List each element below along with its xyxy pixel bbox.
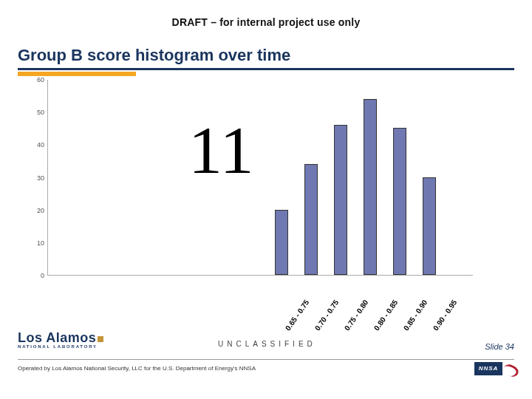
lab-subtitle: NATIONAL LABORATORY bbox=[18, 344, 103, 349]
nnsa-logo: NNSA bbox=[474, 362, 514, 377]
y-tick: 40 bbox=[37, 141, 44, 149]
histogram-bar bbox=[304, 164, 318, 275]
title-underline bbox=[18, 68, 514, 76]
histogram-bar bbox=[393, 128, 406, 275]
plot-region bbox=[47, 80, 473, 276]
page-title: Group B score histogram over time bbox=[18, 46, 290, 65]
los-alamos-logo: Los Alamos NATIONAL LABORATORY bbox=[18, 331, 103, 349]
x-tick-label: 0.90 - 0.95 bbox=[432, 299, 458, 332]
draft-banner: DRAFT – for internal project use only bbox=[0, 16, 532, 28]
slide-number: Slide 34 bbox=[485, 342, 514, 351]
y-tick: 50 bbox=[37, 109, 44, 116]
x-tick-label: 0.65 - 0.75 bbox=[284, 299, 310, 332]
y-tick: 60 bbox=[37, 76, 44, 83]
y-tick: 0 bbox=[41, 272, 44, 279]
nnsa-swoosh-icon bbox=[502, 362, 520, 378]
x-axis-labels: 0.65 - 0.750.70 - 0.750.75 - 0.800.80 - … bbox=[47, 282, 473, 341]
operated-by-line: Operated by Los Alamos National Security… bbox=[18, 365, 256, 372]
overlay-index-number: 11 bbox=[188, 111, 254, 189]
y-tick: 10 bbox=[37, 239, 44, 247]
y-tick: 20 bbox=[37, 207, 44, 214]
x-tick-label: 0.70 - 0.75 bbox=[313, 299, 340, 332]
footer-divider bbox=[18, 359, 514, 360]
x-tick-label: 0.85 - 0.90 bbox=[402, 299, 429, 332]
y-tick: 30 bbox=[37, 174, 44, 182]
classification-label: UNCLASSIFIED bbox=[218, 340, 316, 348]
x-tick-label: 0.80 - 0.85 bbox=[372, 299, 399, 332]
lab-name: Los Alamos bbox=[18, 330, 96, 345]
histogram-bar bbox=[364, 99, 377, 276]
histogram-bar bbox=[423, 177, 436, 276]
y-axis: 0102030405060 bbox=[30, 80, 47, 276]
histogram-bar bbox=[275, 210, 288, 275]
histogram-bar bbox=[334, 125, 347, 275]
lab-dot-icon bbox=[98, 336, 103, 342]
nnsa-text: NNSA bbox=[474, 362, 502, 375]
x-tick-label: 0.75 - 0.80 bbox=[343, 299, 369, 332]
